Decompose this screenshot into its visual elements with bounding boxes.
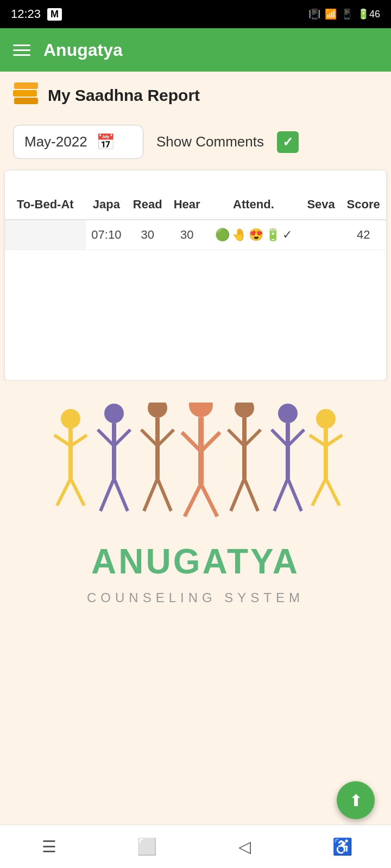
calendar-icon: 📅	[96, 133, 115, 151]
cell-read: 30	[127, 220, 168, 250]
svg-line-32	[272, 430, 288, 446]
gmail-icon: M	[47, 8, 62, 21]
status-bar: 12:23 M 📳 📶 📱 🔋46	[0, 0, 391, 28]
svg-line-28	[231, 478, 244, 511]
bottom-nav: ☰ ⬜ ◁ ♿	[0, 825, 391, 868]
show-comments-label: Show Comments	[156, 133, 264, 150]
col-score: Score	[340, 190, 386, 220]
vibrate-icon: 📳	[308, 8, 320, 20]
svg-point-36	[316, 409, 336, 429]
svg-line-9	[114, 430, 130, 446]
svg-line-5	[71, 478, 84, 506]
svg-line-29	[244, 478, 258, 511]
cell-hear: 30	[168, 220, 206, 250]
table-header-row: To-Bed-At Japa Read Hear Attend. Seva Sc…	[5, 190, 386, 220]
upload-icon: ⬆	[349, 791, 363, 810]
svg-line-22	[185, 484, 201, 516]
svg-point-12	[148, 403, 167, 418]
cell-attendance: 🟢 🤚 😍 🔋 ✓	[206, 220, 301, 250]
layers-icon	[13, 82, 39, 108]
svg-line-11	[114, 478, 128, 511]
nav-accessibility[interactable]: ♿	[293, 825, 391, 868]
show-comments-checkbox[interactable]	[277, 131, 299, 153]
svg-point-24	[235, 403, 254, 418]
attendance-check: ✓	[282, 228, 292, 242]
cell-seva	[301, 220, 340, 250]
cell-japa: 07:10	[86, 220, 128, 250]
page-header: My Saadhna Report	[0, 72, 391, 119]
status-icons: 📳 📶 📱 🔋46	[308, 8, 380, 20]
attendance-face: 😍	[249, 228, 263, 242]
svg-line-14	[141, 430, 157, 446]
date-picker[interactable]: May-2022 📅	[13, 125, 143, 159]
page-title: My Saadhna Report	[48, 86, 200, 105]
logo-section: ANUGATYA COUNSELING SYSTEM	[0, 381, 391, 641]
svg-point-30	[278, 404, 298, 423]
logo-sub-text: COUNSELING SYSTEM	[87, 590, 304, 605]
svg-line-8	[98, 430, 114, 446]
svg-line-35	[288, 478, 301, 511]
logo-main-text: ANUGATYA	[91, 541, 300, 582]
date-value: May-2022	[24, 133, 87, 150]
svg-point-0	[61, 409, 80, 429]
col-seva: Seva	[301, 190, 340, 220]
nav-back[interactable]: ◁	[195, 825, 293, 868]
cell-to-bed-at	[5, 220, 86, 250]
svg-line-34	[274, 478, 288, 511]
svg-line-15	[157, 430, 174, 446]
nav-menu[interactable]: ☰	[0, 825, 98, 868]
fab-upload[interactable]: ⬆	[337, 781, 375, 819]
svg-line-27	[244, 430, 261, 446]
svg-line-40	[312, 478, 326, 506]
battery-icon: 🔋46	[357, 8, 380, 20]
app-title: Anugatya	[43, 40, 123, 60]
col-japa: Japa	[86, 190, 128, 220]
cell-score: 42	[340, 220, 386, 250]
table-row: 07:10 30 30 🟢 🤚 😍 🔋 ✓ 42	[5, 220, 386, 250]
col-attend: Attend.	[206, 190, 301, 220]
svg-line-16	[144, 478, 157, 511]
wifi-icon: 📶	[325, 8, 337, 20]
svg-line-26	[228, 430, 244, 446]
svg-line-10	[100, 478, 114, 511]
nav-home[interactable]: ⬜	[98, 825, 195, 868]
attendance-hand: 🤚	[232, 228, 247, 242]
table-empty-space	[5, 250, 386, 380]
svg-point-6	[104, 404, 124, 423]
logo-figures-svg	[43, 403, 348, 533]
svg-line-39	[326, 435, 342, 446]
svg-line-41	[326, 478, 339, 506]
svg-line-2	[54, 435, 71, 446]
app-bar: Anugatya	[0, 28, 391, 72]
svg-line-33	[288, 430, 304, 446]
svg-line-3	[71, 435, 87, 446]
svg-point-18	[189, 403, 213, 417]
attendance-battery: 🔋	[266, 228, 280, 242]
svg-line-38	[310, 435, 326, 446]
svg-line-4	[57, 478, 71, 506]
hamburger-menu[interactable]	[13, 44, 30, 56]
attendance-green-circle: 🟢	[215, 228, 230, 242]
svg-line-20	[182, 432, 201, 451]
col-read: Read	[127, 190, 168, 220]
controls-row: May-2022 📅 Show Comments	[0, 119, 391, 170]
status-time: 12:23	[11, 7, 41, 21]
svg-line-17	[157, 478, 171, 511]
saadhna-table: To-Bed-At Japa Read Hear Attend. Seva Sc…	[4, 170, 387, 381]
signal-icon: 📱	[341, 8, 353, 20]
svg-line-21	[201, 432, 220, 451]
col-hear: Hear	[168, 190, 206, 220]
col-to-bed-at: To-Bed-At	[5, 190, 86, 220]
svg-line-23	[201, 484, 217, 516]
